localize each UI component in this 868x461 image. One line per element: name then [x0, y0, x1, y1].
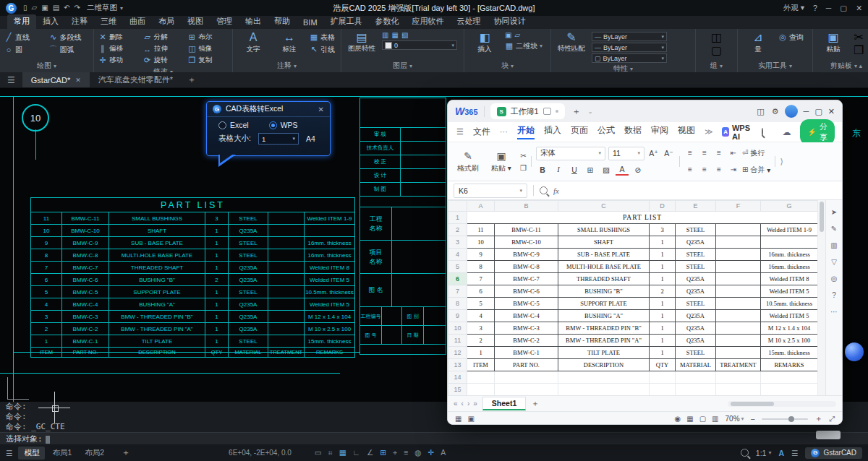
grid-cell[interactable]: SUB - BASE PLATE [558, 249, 650, 261]
document-tab-parts[interactable]: 汽车底盘夹钳零配件* [90, 72, 182, 87]
workspace-switcher[interactable]: 二维草图 ▾ [87, 3, 123, 13]
row-header-6[interactable]: 6 [448, 273, 467, 285]
close-tab-icon[interactable]: ✕ [75, 77, 81, 84]
wps-menu-tab-4[interactable]: 数据 [624, 124, 642, 139]
panel-group-label[interactable]: 组▾ [700, 60, 733, 72]
zoom-slider-thumb[interactable] [788, 416, 794, 422]
lineweight-select[interactable]: ▢ByLayer▾ [592, 53, 667, 63]
grid-cell[interactable]: 16mm. thickness [761, 249, 818, 261]
grid-cell[interactable]: M 12 x 1.4 x 104 [761, 322, 818, 335]
grid-cell[interactable]: 1 [650, 236, 676, 249]
grid-cell[interactable]: Q235A [676, 285, 716, 298]
grid-cell[interactable]: PART NO. [495, 359, 558, 371]
grid-cell[interactable] [716, 371, 761, 384]
layer-lock-icon[interactable]: ▧ [401, 32, 408, 39]
new-workbook-icon[interactable]: ＋ [571, 105, 582, 118]
grid-cell[interactable]: 10 [467, 236, 495, 249]
grid-cell[interactable] [495, 371, 558, 384]
grid-cell[interactable]: THREADED SHAFT [558, 273, 650, 285]
vertical-scrollbar[interactable] [817, 200, 825, 395]
ribbon-tab-6[interactable]: 视图 [181, 14, 210, 29]
grid-cell[interactable]: BMW-C-10 [495, 236, 558, 249]
zoom-in-icon[interactable]: ＋ [814, 413, 822, 424]
radio-excel[interactable]: Excel [218, 121, 249, 129]
grid-cell[interactable]: 1 [650, 310, 676, 322]
wps-menu-tab-0[interactable]: 开始 [517, 124, 535, 139]
grid-cell[interactable] [716, 384, 761, 396]
dimension-tool-button[interactable]: ↔标注 [273, 32, 305, 55]
ribbon-tab-9[interactable]: 帮助 [268, 14, 297, 29]
help-icon[interactable]: ? [813, 4, 817, 12]
block-edit-icon[interactable]: ▱ [514, 32, 520, 39]
tool-erase-button[interactable]: ✕删除 [98, 32, 139, 43]
command-input-line[interactable]: 选择对象: [0, 432, 868, 444]
grid-cell[interactable]: 1 [467, 347, 495, 359]
grid-cell[interactable]: STEEL [676, 224, 716, 236]
insert-block-button[interactable]: ◧插入 [469, 32, 501, 54]
wps-menu-tab-6[interactable]: 视图 [678, 124, 695, 139]
fullscreen-icon[interactable]: ⤢ [829, 415, 835, 423]
grid-cell[interactable]: STEEL [676, 249, 716, 261]
grid-cell[interactable]: QTY [650, 359, 676, 371]
more-pane-icon[interactable]: ⋯ [830, 309, 838, 316]
last-sheet-icon[interactable]: » [473, 400, 477, 408]
copy-icon[interactable]: ❐ [854, 45, 864, 56]
row-header-15[interactable]: 15 [448, 384, 467, 396]
grid-cell[interactable]: BMW-C-6 [495, 285, 558, 298]
column-header-G[interactable]: G [761, 201, 818, 212]
filter-pane-icon[interactable]: ▽ [831, 259, 837, 266]
wps-menu-tab-5[interactable]: 审阅 [651, 124, 668, 139]
wps-logo[interactable]: W365 [455, 105, 478, 117]
tool-rotate-button[interactable]: ⟳旋转 [143, 55, 184, 66]
grid-cell[interactable]: BMW-C-9 [495, 249, 558, 261]
grid-cell[interactable]: Welded ITEM 1-9 [761, 224, 818, 236]
column-header-C[interactable]: C [558, 201, 650, 212]
grid-cell[interactable]: MATERIAL [676, 359, 716, 371]
grid-cell[interactable]: 1 [650, 335, 676, 347]
wps-minimize-button[interactable]: ─ [804, 107, 809, 116]
grid-cell[interactable]: BMW-C-8 [495, 261, 558, 273]
grid-cell[interactable]: Q235A [676, 335, 716, 347]
grid-cell[interactable]: ITEM [467, 359, 495, 371]
print-icon[interactable]: ▤ [53, 4, 59, 12]
fx-icon[interactable]: fx [553, 186, 559, 195]
layer-state-icon[interactable]: ▥ [382, 32, 388, 39]
grid-cell[interactable] [761, 384, 818, 396]
gstarcad-logo[interactable]: G [6, 3, 17, 14]
grid-cell[interactable] [716, 273, 761, 285]
grid-cell[interactable] [467, 371, 495, 384]
grid-cell[interactable]: BMW-C-4 [495, 310, 558, 322]
ribbon-tab-4[interactable]: 曲面 [123, 14, 152, 29]
grid-cell[interactable]: Q235A [676, 322, 716, 335]
sheet-tab[interactable]: Sheet1 [482, 397, 526, 410]
grid-cell[interactable]: 1 [650, 249, 676, 261]
align-center-icon[interactable]: ≡ [699, 164, 710, 176]
underline-button[interactable]: U [568, 164, 581, 176]
grid-cell[interactable]: Q235A [676, 310, 716, 322]
grid-cell[interactable]: 16mm. thickness [761, 261, 818, 273]
grid-cell[interactable]: 8 [467, 261, 495, 273]
save-icon[interactable]: ▣ [41, 4, 48, 12]
grid-cell[interactable]: Welded ITEM 5 [761, 285, 818, 298]
grid-cell[interactable] [716, 298, 761, 310]
ribbon-tab-5[interactable]: 布局 [152, 14, 181, 29]
increase-indent-icon[interactable]: ⇥ [728, 164, 739, 176]
command-float-button[interactable] [816, 431, 841, 439]
column-header-B[interactable]: B [495, 201, 558, 212]
block-create-icon[interactable]: ▣ [505, 32, 511, 39]
grid-cell[interactable]: BUSHING "B" [558, 285, 650, 298]
grid-cell[interactable]: 11 [467, 224, 495, 236]
grid-cell[interactable]: Q235A [676, 273, 716, 285]
grid-cell[interactable] [676, 371, 716, 384]
maximize-button[interactable]: ▢ [840, 4, 847, 12]
grid-cell[interactable]: 3 [650, 224, 676, 236]
close-button[interactable]: ✕ [856, 4, 862, 12]
tool-copy-button[interactable]: ❐复制 [187, 55, 228, 66]
wps-maximize-button[interactable]: ▢ [814, 107, 822, 116]
panel-utilities-label[interactable]: 实用工具▾ [742, 60, 808, 72]
split-window-icon[interactable]: ◫ [757, 108, 764, 116]
tool-line-button[interactable]: ╱直线 [4, 32, 45, 43]
grid-cell[interactable]: SUPPORT PLATE [558, 298, 650, 310]
grid-cell[interactable]: REMARKS [761, 359, 818, 371]
grid-cell[interactable] [716, 236, 761, 249]
